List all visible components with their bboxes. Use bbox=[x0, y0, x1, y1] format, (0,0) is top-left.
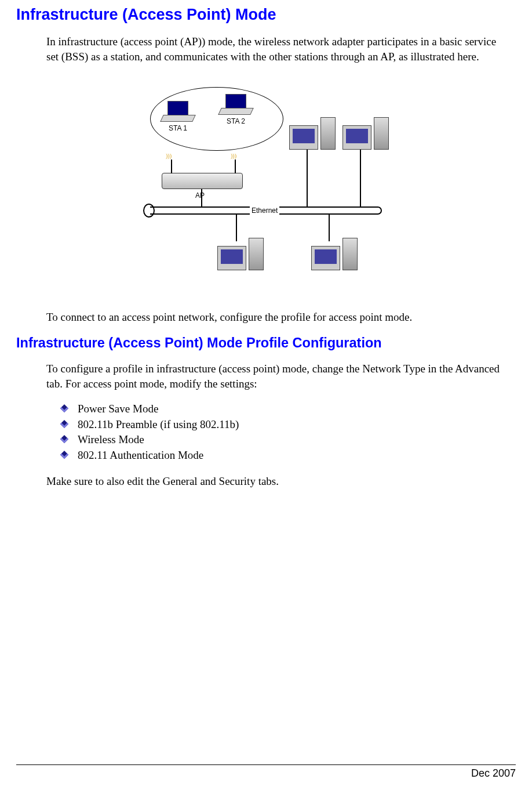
list-item: Power Save Mode bbox=[61, 401, 510, 417]
pc-icon bbox=[342, 117, 389, 150]
list-item: 802.11b Preamble (if using 802.11b) bbox=[61, 417, 510, 433]
list-item: Wireless Mode bbox=[61, 432, 510, 448]
footer-date: Dec 2007 bbox=[471, 767, 516, 780]
cable bbox=[236, 213, 237, 241]
ethernet-label: Ethernet bbox=[250, 206, 279, 215]
cable bbox=[329, 213, 330, 241]
sta1-label: STA 1 bbox=[169, 124, 187, 132]
laptop-icon bbox=[220, 94, 252, 116]
closing-paragraph: Make sure to also edit the General and S… bbox=[46, 474, 510, 489]
cable bbox=[307, 150, 308, 208]
network-diagram: STA 1 STA 2 )))))) AP Ethernet bbox=[16, 80, 516, 289]
intro-paragraph: In infrastructure (access point (AP)) mo… bbox=[46, 34, 510, 64]
cable bbox=[201, 189, 202, 206]
pc-icon bbox=[289, 117, 336, 150]
heading-infrastructure-mode: Infrastructure (Access Point) Mode bbox=[16, 6, 516, 24]
heading-profile-config: Infrastructure (Access Point) Mode Profi… bbox=[16, 335, 516, 351]
pc-icon bbox=[217, 238, 264, 270]
access-point: )))))) bbox=[162, 173, 243, 189]
sta2-label: STA 2 bbox=[227, 117, 245, 125]
config-paragraph: To configure a profile in infrastructure… bbox=[46, 361, 510, 391]
pc-icon bbox=[311, 238, 358, 270]
list-item: 802.11 Authentication Mode bbox=[61, 448, 510, 463]
settings-list: Power Save Mode 802.11b Preamble (if usi… bbox=[61, 401, 510, 463]
connect-paragraph: To connect to an access point network, c… bbox=[46, 310, 510, 325]
station-2: STA 2 bbox=[220, 94, 252, 125]
station-1: STA 1 bbox=[162, 101, 194, 132]
ap-label: AP bbox=[195, 191, 205, 200]
cable bbox=[360, 150, 361, 208]
page-footer: Dec 2007 bbox=[16, 764, 516, 780]
laptop-icon bbox=[162, 101, 194, 123]
